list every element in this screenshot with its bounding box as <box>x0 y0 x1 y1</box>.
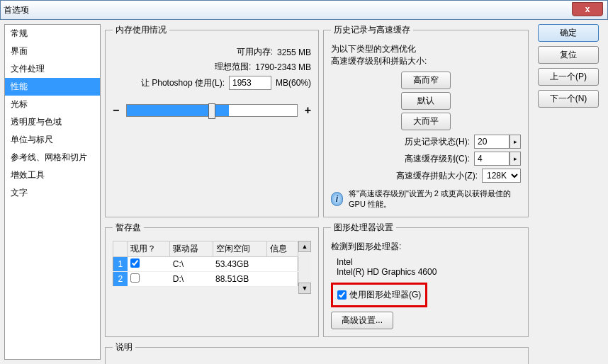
description-legend: 说明 <box>113 341 135 353</box>
scratch-disk-table: 现用？ 驱动器 空闲空间 信息 1C:\53.43GB2D:\88.51GB <box>113 241 298 287</box>
gpu-detected-label: 检测到图形处理器: <box>331 241 521 253</box>
memory-slider: − + <box>113 104 311 117</box>
sidebar-item-2[interactable]: 文件处理 <box>5 60 100 78</box>
scratch-legend: 暂存盘 <box>113 222 144 234</box>
window-title: 首选项 <box>4 4 29 16</box>
cache-tile-select[interactable]: 128K <box>482 169 521 183</box>
next-button[interactable]: 下一个(N) <box>538 90 599 108</box>
row-active[interactable] <box>128 272 170 287</box>
slider-track[interactable] <box>126 104 297 117</box>
cache-levels-label: 高速缓存级别(C): <box>405 153 470 165</box>
gpu-vendor: Intel <box>337 257 521 267</box>
row-num: 2 <box>113 272 128 287</box>
sidebar-item-8[interactable]: 增效工具 <box>5 166 100 184</box>
slider-plus[interactable]: + <box>305 104 311 117</box>
sidebar-item-4[interactable]: 光标 <box>5 96 100 113</box>
ideal-range-label: 理想范围: <box>215 61 251 73</box>
sidebar-item-7[interactable]: 参考线、网格和切片 <box>5 149 100 166</box>
content-area: 常规界面文件处理性能光标透明度与色域单位与标尺参考线、网格和切片增效工具文字 内… <box>0 20 608 364</box>
row-drive: C:\ <box>170 257 213 272</box>
history-legend: 历史记录与高速缓存 <box>331 24 413 36</box>
use-gpu-label: 使用图形处理器(G) <box>349 289 421 301</box>
scratch-disk-group: 暂存盘 现用？ 驱动器 空闲空间 信息 1C:\53.43GB2D:\88.51… <box>105 222 319 337</box>
use-gpu-checkbox[interactable]: 使用图形处理器(G) <box>337 289 421 301</box>
cache-tile-label: 高速缓存拼贴大小(Z): <box>396 170 478 182</box>
slider-handle[interactable] <box>208 103 215 119</box>
row-free: 88.51GB <box>213 272 266 287</box>
memory-legend: 内存使用情况 <box>113 24 169 36</box>
ideal-range-value: 1790-2343 MB <box>255 62 311 72</box>
cache-tip: 将"高速缓存级别"设置为 2 或更高以获得最佳的 GPU 性能。 <box>349 188 521 210</box>
optimize-hint2: 高速缓存级别和拼贴大小: <box>331 55 521 67</box>
photoshop-use-label: 让 Photoshop 使用(L): <box>141 77 225 89</box>
row-info <box>266 272 298 287</box>
gpu-group: 图形处理器设置 检测到图形处理器: Intel Intel(R) HD Grap… <box>323 222 529 337</box>
history-states-spinner[interactable]: ▸ <box>510 135 521 149</box>
col-drive: 驱动器 <box>170 241 213 257</box>
titlebar: 首选项 x <box>0 0 608 20</box>
sidebar-item-9[interactable]: 文字 <box>5 184 100 202</box>
history-states-input[interactable] <box>474 135 510 149</box>
tall-thin-button[interactable]: 高而窄 <box>401 72 451 89</box>
dialog-buttons: 确定 复位 上一个(P) 下一个(N) <box>533 24 604 217</box>
col-active: 现用？ <box>128 241 170 257</box>
main-panel: 内存使用情况 可用内存: 3255 MB 理想范围: 1790-2343 MB … <box>105 24 604 360</box>
table-row[interactable]: 2D:\88.51GB <box>113 272 298 287</box>
info-icon: i <box>331 192 343 206</box>
description-group: 说明 <box>105 341 529 364</box>
photoshop-use-input[interactable] <box>229 76 271 90</box>
available-ram-label: 可用内存: <box>237 46 273 58</box>
ok-button[interactable]: 确定 <box>538 24 599 42</box>
row-drive: D:\ <box>170 272 213 287</box>
photoshop-use-suffix: MB(60%) <box>276 78 311 88</box>
default-button[interactable]: 默认 <box>401 92 451 110</box>
gpu-legend: 图形处理器设置 <box>331 222 396 234</box>
row-free: 53.43GB <box>213 257 266 272</box>
scroll-down[interactable]: ▼ <box>298 283 311 294</box>
cache-levels-spinner[interactable]: ▸ <box>510 152 521 166</box>
table-row[interactable]: 1C:\53.43GB <box>113 257 298 272</box>
highlight-box: 使用图形处理器(G) <box>331 283 427 307</box>
close-button[interactable]: x <box>572 2 603 16</box>
category-sidebar: 常规界面文件处理性能光标透明度与色域单位与标尺参考线、网格和切片增效工具文字 <box>4 24 101 360</box>
reset-button[interactable]: 复位 <box>538 46 599 64</box>
gpu-model: Intel(R) HD Graphics 4600 <box>337 267 521 277</box>
memory-group: 内存使用情况 可用内存: 3255 MB 理想范围: 1790-2343 MB … <box>105 24 319 217</box>
sidebar-item-1[interactable]: 界面 <box>5 42 100 60</box>
sidebar-item-3[interactable]: 性能 <box>5 78 100 96</box>
slider-minus[interactable]: − <box>113 104 119 117</box>
scroll-track[interactable] <box>298 252 311 283</box>
row-active[interactable] <box>128 257 170 272</box>
row-info <box>266 257 298 272</box>
sidebar-item-5[interactable]: 透明度与色域 <box>5 113 100 131</box>
scratch-scroll: ▲ ▼ <box>298 241 311 294</box>
advanced-settings-button[interactable]: 高级设置... <box>331 312 393 329</box>
optimize-hint1: 为以下类型的文档优化 <box>331 43 521 55</box>
history-states-label: 历史记录状态(H): <box>405 136 470 148</box>
col-free: 空闲空间 <box>213 241 266 257</box>
prev-button[interactable]: 上一个(P) <box>538 68 599 86</box>
sidebar-item-0[interactable]: 常规 <box>5 25 100 42</box>
history-cache-group: 历史记录与高速缓存 为以下类型的文档优化 高速缓存级别和拼贴大小: 高而窄 默认… <box>323 24 529 217</box>
col-info: 信息 <box>266 241 298 257</box>
available-ram-value: 3255 MB <box>277 47 311 57</box>
cache-levels-input[interactable] <box>474 152 510 166</box>
big-flat-button[interactable]: 大而平 <box>401 113 451 130</box>
scroll-up[interactable]: ▲ <box>298 241 311 252</box>
row-num: 1 <box>113 257 128 272</box>
sidebar-item-6[interactable]: 单位与标尺 <box>5 131 100 149</box>
use-gpu-input[interactable] <box>337 290 347 300</box>
